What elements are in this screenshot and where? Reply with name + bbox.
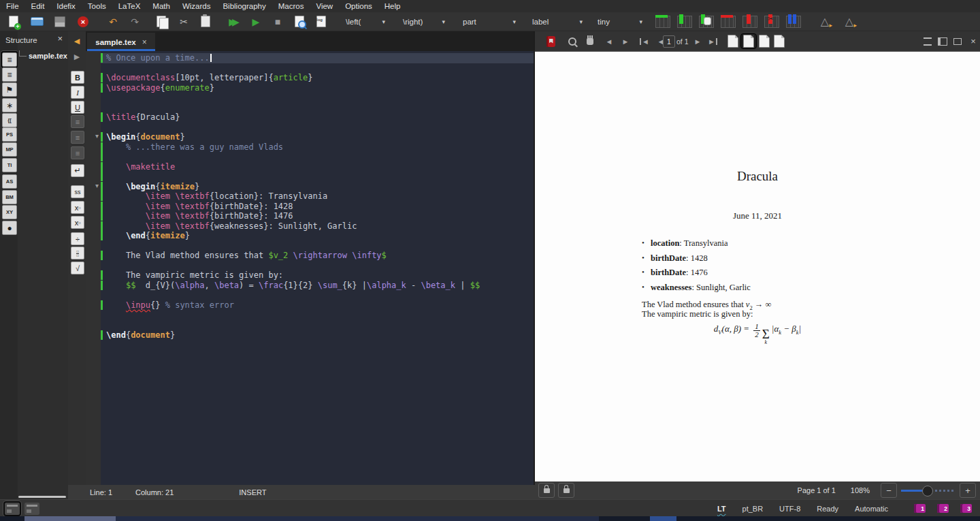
menu-edit[interactable]: Edit bbox=[25, 2, 51, 10]
viewer-dock-icon[interactable] bbox=[935, 34, 950, 48]
italic-button[interactable]: I bbox=[71, 86, 84, 99]
build-view-button[interactable]: ▶▶ bbox=[226, 14, 242, 30]
code-line-10[interactable]: % ...there was a guy named Vlads bbox=[101, 142, 534, 153]
tikz-tab-icon[interactable]: TI bbox=[2, 158, 17, 172]
structure-item-sample.tex[interactable]: sample.tex bbox=[19, 52, 67, 60]
brackets-tab-icon[interactable]: {[ bbox=[2, 113, 17, 127]
code-line-8[interactable] bbox=[101, 123, 534, 133]
layout-book-button[interactable] bbox=[772, 34, 787, 48]
toggle-messages-panel-button[interactable] bbox=[5, 503, 20, 515]
save-button[interactable] bbox=[52, 14, 68, 30]
align-right-button[interactable]: ≡ bbox=[71, 146, 84, 159]
dots-symbols-tab-icon[interactable]: ● bbox=[2, 221, 17, 235]
menu-macros[interactable]: Macros bbox=[272, 2, 310, 10]
metapost-tab-icon[interactable]: MP bbox=[2, 142, 17, 157]
cut-column-button[interactable]: ✂ bbox=[764, 14, 780, 30]
code-editor[interactable]: % Once upon a time...\documentclass[10pt… bbox=[101, 51, 534, 485]
code-line-5[interactable] bbox=[101, 93, 534, 103]
sectioning-dropdown[interactable]: part▾ bbox=[459, 14, 520, 29]
layout-single-page-button[interactable] bbox=[725, 34, 740, 48]
back-button[interactable]: ◄ bbox=[602, 34, 617, 48]
code-line-1[interactable]: % Once upon a time... bbox=[101, 53, 534, 63]
locale-status[interactable]: pt_BR bbox=[742, 505, 764, 513]
code-line-7[interactable]: \title{Dracula} bbox=[101, 112, 534, 123]
underline-button[interactable]: U bbox=[71, 101, 84, 114]
redo-button[interactable]: ↷ bbox=[127, 14, 143, 30]
align-columns-button[interactable] bbox=[785, 14, 802, 30]
bold-button[interactable]: B bbox=[71, 71, 84, 84]
first-page-button[interactable]: ◄ bbox=[637, 34, 652, 48]
jump-forward-button[interactable]: ▶ bbox=[71, 51, 83, 63]
lock-scroll-button[interactable] bbox=[558, 483, 574, 498]
left-delim-dropdown[interactable]: \left(▾ bbox=[342, 14, 389, 29]
code-line-20[interactable] bbox=[101, 241, 534, 251]
menu-tools[interactable]: Tools bbox=[82, 2, 112, 10]
zoom-in-button[interactable]: + bbox=[960, 483, 976, 498]
structure-close-icon[interactable]: × bbox=[57, 33, 63, 44]
label-dropdown[interactable]: label▾ bbox=[528, 14, 587, 29]
subscript-button[interactable]: x□ bbox=[71, 201, 84, 214]
editor-hscrollbar-thumb[interactable] bbox=[24, 516, 116, 521]
structure-tab-icon[interactable]: ≡ bbox=[2, 52, 17, 67]
close-file-button[interactable]: × bbox=[75, 14, 91, 30]
code-line-18[interactable]: \item \textbf{weaknesses}: Sunlight, Gar… bbox=[101, 221, 534, 232]
tab-sample.tex[interactable]: sample.tex× bbox=[87, 33, 155, 51]
add-row-button[interactable] bbox=[655, 14, 671, 30]
code-line-24[interactable]: $$ d_{V}(\alpha, \beta) = \frac{1}{2} \s… bbox=[101, 281, 534, 291]
new-file-button[interactable]: + bbox=[5, 14, 22, 30]
lines-tab-icon[interactable]: ≡ bbox=[2, 67, 17, 82]
code-line-25[interactable] bbox=[101, 290, 534, 300]
menu-math[interactable]: Math bbox=[146, 2, 176, 10]
code-line-27[interactable] bbox=[101, 311, 534, 321]
misc-symbols-tab-icon[interactable]: ∗ bbox=[2, 98, 17, 112]
paste-column-button[interactable] bbox=[698, 14, 715, 30]
code-line-21[interactable]: The Vlad method ensures that $v_2 \right… bbox=[101, 251, 534, 261]
code-line-22[interactable] bbox=[101, 261, 534, 271]
last-page-button[interactable]: ► bbox=[705, 34, 720, 48]
remove-row-button[interactable] bbox=[720, 14, 736, 30]
superscript-button[interactable]: x□ bbox=[71, 216, 84, 229]
tab-close-icon[interactable]: × bbox=[142, 37, 147, 47]
find-button[interactable] bbox=[291, 14, 308, 30]
fontsize-dropdown[interactable]: tiny▾ bbox=[593, 14, 647, 29]
code-line-14[interactable]: \begin{itemize} bbox=[101, 182, 534, 192]
zoom-slider-thumb[interactable] bbox=[922, 486, 933, 496]
divide-button[interactable]: ÷ bbox=[71, 232, 84, 245]
layout-facing-button[interactable] bbox=[757, 34, 772, 48]
viewer-close-icon[interactable]: × bbox=[966, 34, 980, 48]
encoding-status[interactable]: UTF-8 bbox=[779, 505, 800, 513]
align-center-button[interactable]: ≡ bbox=[71, 131, 84, 144]
code-line-6[interactable] bbox=[101, 103, 534, 113]
align-left-button[interactable]: ≡ bbox=[71, 115, 84, 128]
asymptote-tab-icon[interactable]: AS bbox=[2, 174, 17, 189]
languagetool-status[interactable]: LT bbox=[717, 505, 726, 513]
menu-options[interactable]: Options bbox=[339, 2, 378, 10]
subsup-button[interactable]: ss bbox=[71, 185, 84, 198]
zoom-slider[interactable] bbox=[901, 484, 956, 497]
stop-button[interactable]: ■ bbox=[270, 14, 286, 30]
code-line-23[interactable]: The vampiric metric is given by: bbox=[101, 270, 534, 281]
undo-button[interactable]: ↶ bbox=[105, 14, 121, 30]
menu-bibliography[interactable]: Bibliography bbox=[216, 2, 272, 10]
menu-file[interactable]: File bbox=[0, 2, 25, 10]
fold-arrow-icon[interactable]: ▾ bbox=[95, 132, 99, 140]
newline-button[interactable]: ↵ bbox=[71, 164, 84, 177]
remove-column-button[interactable] bbox=[742, 14, 758, 30]
code-line-28[interactable] bbox=[101, 320, 534, 330]
code-line-16[interactable]: \item \textbf{birthDate}: 1428 bbox=[101, 202, 534, 212]
next-mark-button[interactable]: △▸ bbox=[841, 14, 858, 30]
toggle-log-panel-button[interactable] bbox=[24, 503, 39, 515]
fold-arrow-icon[interactable]: ▾ bbox=[95, 182, 99, 189]
code-line-3[interactable]: \documentclass[10pt, letterpaper]{articl… bbox=[101, 73, 534, 83]
code-line-4[interactable]: \usepackage{enumerate} bbox=[101, 83, 534, 93]
jump-back-button[interactable]: ◀ bbox=[71, 35, 83, 47]
cut-button[interactable]: ✂ bbox=[176, 14, 192, 30]
viewer-badge-2[interactable]: 2 bbox=[937, 504, 949, 513]
xypic-tab-icon[interactable]: XY bbox=[2, 205, 17, 219]
pan-tool-button[interactable] bbox=[583, 34, 598, 48]
menu-help[interactable]: Help bbox=[378, 2, 407, 10]
page-number-box[interactable]: 1 bbox=[663, 35, 675, 48]
view-log-button[interactable]: log bbox=[313, 14, 329, 30]
menu-wizards[interactable]: Wizards bbox=[176, 2, 217, 10]
compile-mode-status[interactable]: Automatic bbox=[855, 505, 888, 513]
